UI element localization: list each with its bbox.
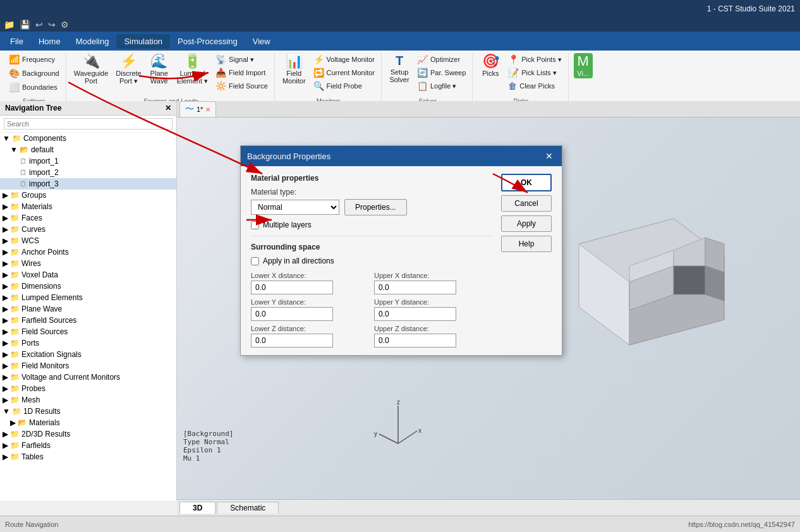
nav-close-icon[interactable]: ✕	[165, 104, 171, 112]
dialog-close-button[interactable]: ✕	[543, 150, 555, 162]
ribbon-btn-pick-points[interactable]: 📍 Pick Points ▾	[506, 53, 564, 66]
ribbon-btn-field-probe[interactable]: 🔍 Field Probe	[311, 80, 377, 92]
tree-item-1d-results[interactable]: ▼ 📁 1D Results	[0, 406, 176, 417]
upper-x-input[interactable]	[374, 281, 456, 294]
ribbon-btn-par-sweep[interactable]: 🔄 Par. Sweep	[415, 66, 468, 79]
upper-z-label: Upper Z distance:	[374, 325, 494, 332]
tree-item-field-sources[interactable]: ▶ 📁 Field Sources	[0, 326, 176, 337]
help-button[interactable]: Help	[501, 236, 552, 252]
tree-item-field-monitors[interactable]: ▶ 📁 Field Monitors	[0, 360, 176, 372]
tree-item-excitation-signals[interactable]: ▶ 📁 Excitation Signals	[0, 349, 176, 360]
ribbon-btn-clear-picks[interactable]: 🗑 Clear Picks	[506, 80, 564, 92]
tree-item-groups[interactable]: ▶ 📁 Groups	[0, 190, 176, 201]
tree-item-voltage-current[interactable]: ▶ 📁 Voltage and Current Monitors	[0, 372, 176, 383]
tree-item-materials[interactable]: ▶ 📁 Materials	[0, 201, 176, 212]
upper-y-input[interactable]	[374, 307, 456, 321]
upper-z-input[interactable]	[374, 334, 456, 348]
tree-item-tables[interactable]: ▶ 📁 Tables	[0, 451, 176, 462]
lower-y-input[interactable]	[251, 307, 333, 321]
properties-button[interactable]: Properties...	[344, 199, 407, 215]
lower-z-input[interactable]	[251, 334, 333, 348]
qa-icon-save[interactable]: 💾	[18, 20, 32, 30]
ribbon-btn-setup-solver[interactable]: T SetupSolver	[387, 53, 412, 85]
ribbon-btn-optimizer[interactable]: 📈 Optimizer	[415, 53, 468, 66]
ribbon-btn-current-monitor[interactable]: 🔁 Current Monitor	[311, 66, 377, 79]
waveguide-port-icon: 🔌	[83, 54, 100, 68]
tree-item-anchor-points[interactable]: ▶ 📁 Anchor Points	[0, 246, 176, 258]
tree-item-ports[interactable]: ▶ 📁 Ports	[0, 337, 176, 349]
menu-simulation[interactable]: Simulation	[116, 34, 170, 49]
bottom-tab-schematic[interactable]: Schematic	[217, 502, 279, 514]
bottom-tab-3d[interactable]: 3D	[179, 502, 215, 514]
tree-item-curves[interactable]: ▶ 📁 Curves	[0, 224, 176, 235]
picks-icon: 🎯	[482, 54, 499, 68]
tab-close-icon[interactable]: ✕	[205, 106, 210, 113]
ribbon-btn-field-source[interactable]: 🔆 Field Source	[213, 80, 270, 92]
menu-post-processing[interactable]: Post-Processing	[170, 34, 245, 49]
tree-item-faces[interactable]: ▶ 📁 Faces	[0, 212, 176, 224]
viewport-info: [Background] Type Normal Epsilon 1 Mu 1	[183, 430, 233, 462]
ribbon-btn-picks[interactable]: 🎯 Picks	[478, 53, 503, 78]
viewport-info-line1: [Background]	[183, 430, 233, 438]
ribbon-btn-waveguide-port[interactable]: 🔌 WaveguidePort	[71, 53, 111, 86]
ribbon-btn-logfile[interactable]: 📋 Logfile ▾	[415, 80, 468, 92]
tree-item-mesh[interactable]: ▶ 📁 Mesh	[0, 394, 176, 406]
tree-item-import3[interactable]: 🗋 import_3	[0, 178, 176, 190]
qa-icon-gear[interactable]: ⚙	[59, 20, 70, 30]
upper-y-field: Upper Y distance:	[374, 298, 494, 321]
apply-button[interactable]: Apply	[501, 215, 552, 232]
ribbon-btn-field-monitor[interactable]: 📊 FieldMonitor	[280, 53, 308, 86]
ribbon-btn-boundaries[interactable]: ⬜ Boundaries	[6, 81, 62, 94]
ribbon-btn-frequency[interactable]: 📶 Frequency	[6, 53, 62, 66]
ribbon-btn-discrete-port[interactable]: ⚡ DiscretePort ▾	[113, 53, 143, 87]
menu-home[interactable]: Home	[31, 34, 68, 49]
tree-item-wires[interactable]: ▶ 📁 Wires	[0, 258, 176, 269]
tree-item-lumped-elements[interactable]: ▶ 📁 Lumped Elements	[0, 292, 176, 303]
qa-icon-redo[interactable]: ↪	[47, 20, 57, 30]
ribbon-btn-signal[interactable]: 📡 Signal ▾	[213, 53, 270, 66]
tree-item-plane-wave[interactable]: ▶ 📁 Plane Wave	[0, 303, 176, 315]
expand-icon: ▶	[3, 384, 8, 393]
ribbon-btn-extra[interactable]: M Vi...	[574, 53, 593, 78]
lower-y-field: Lower Y distance:	[251, 298, 370, 321]
nav-search-input[interactable]	[4, 118, 173, 130]
tree-item-farfields[interactable]: ▶ 📁 Farfields	[0, 440, 176, 451]
qa-icon-folder[interactable]: 📁	[3, 20, 16, 30]
tree-item-2d3d-results[interactable]: ▶ 📁 2D/3D Results	[0, 428, 176, 440]
tree-item-wcs[interactable]: ▶ 📁 WCS	[0, 235, 176, 246]
tree-item-voxel[interactable]: ▶ 📁 Voxel Data	[0, 269, 176, 281]
ribbon-btn-pick-lists[interactable]: 📝 Pick Lists ▾	[506, 66, 564, 79]
ok-button[interactable]: OK	[501, 174, 552, 191]
tab-1[interactable]: 〜 1* ✕	[179, 101, 216, 117]
signal-icon: 📡	[215, 54, 226, 64]
lower-x-input[interactable]	[251, 281, 333, 294]
ribbon-btn-background[interactable]: 🎨 Background	[6, 67, 62, 80]
ribbon-btn-lumped-element[interactable]: 🔋 LumpedElement ▾	[174, 53, 210, 87]
tree-item-components[interactable]: ▼ 📁 Components	[0, 133, 176, 144]
ribbon-btn-field-import[interactable]: 📥 Field Import	[213, 66, 270, 79]
tree-item-default[interactable]: ▼ 📂 default	[0, 144, 176, 155]
ribbon-btn-voltage-monitor[interactable]: ⚡ Voltage Monitor	[311, 53, 377, 66]
menu-view[interactable]: View	[245, 34, 278, 49]
tab-label: 1*	[197, 106, 203, 113]
qa-icon-undo[interactable]: ↩	[34, 20, 44, 30]
tab-bar: 〜 1* ✕	[177, 101, 800, 118]
expand-icon: ▶	[3, 202, 8, 211]
expand-icon: ▶	[3, 191, 8, 200]
tree-item-import1[interactable]: 🗋 import_1	[0, 155, 176, 167]
nav-title: Navigation Tree	[5, 104, 61, 112]
cancel-button[interactable]: Cancel	[501, 195, 552, 212]
tree-item-import2[interactable]: 🗋 import_2	[0, 167, 176, 178]
apply-all-directions-checkbox[interactable]	[251, 257, 259, 265]
ribbon-btn-plane-wave[interactable]: 🌊 PlaneWave	[147, 53, 172, 86]
material-type-select[interactable]: Normal PEC PMC Open Boundary	[251, 200, 339, 215]
menu-file[interactable]: File	[3, 34, 31, 49]
tree-item-probes[interactable]: ▶ 📁 Probes	[0, 383, 176, 394]
tree-item-farfield-sources[interactable]: ▶ 📁 Farfield Sources	[0, 315, 176, 326]
tree-item-dimensions[interactable]: ▶ 📁 Dimensions	[0, 281, 176, 292]
tree-item-results-materials[interactable]: ▶ 📂 Materials	[0, 417, 176, 428]
expand-icon: ▶	[3, 214, 8, 222]
multiple-layers-checkbox[interactable]	[251, 221, 259, 229]
menu-modeling[interactable]: Modeling	[68, 34, 117, 49]
quick-access-toolbar: 📁 💾 ↩ ↪ ⚙	[0, 18, 800, 32]
